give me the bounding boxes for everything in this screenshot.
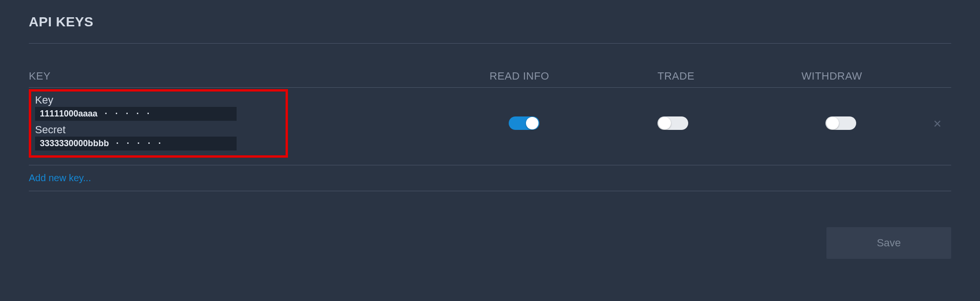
page-title: API KEYS [29,14,951,30]
secret-label: Secret [35,124,282,136]
column-header-key: KEY [29,70,490,82]
column-header-trade: TRADE [657,70,801,82]
key-label: Key [35,94,282,106]
column-header-withdraw: WITHDRAW [801,70,917,82]
secret-value[interactable]: 3333330000bbbb · · · · · [35,137,237,150]
trade-toggle[interactable] [657,116,688,130]
key-value[interactable]: 11111000aaaa · · · · · [35,107,237,121]
add-new-key-link[interactable]: Add new key... [29,173,91,183]
save-button[interactable]: Save [826,227,951,259]
add-new-key-row: Add new key... [29,165,951,191]
withdraw-toggle[interactable] [825,116,856,130]
read-info-toggle[interactable] [509,116,539,130]
delete-key-icon[interactable]: ✕ [933,118,942,130]
column-header-read-info: READ INFO [490,70,657,82]
api-key-row: Key 11111000aaaa · · · · · Secret 333333… [29,88,951,165]
table-header-row: KEY READ INFO TRADE WITHDRAW [29,44,951,88]
key-secret-highlight-box: Key 11111000aaaa · · · · · Secret 333333… [29,89,288,158]
